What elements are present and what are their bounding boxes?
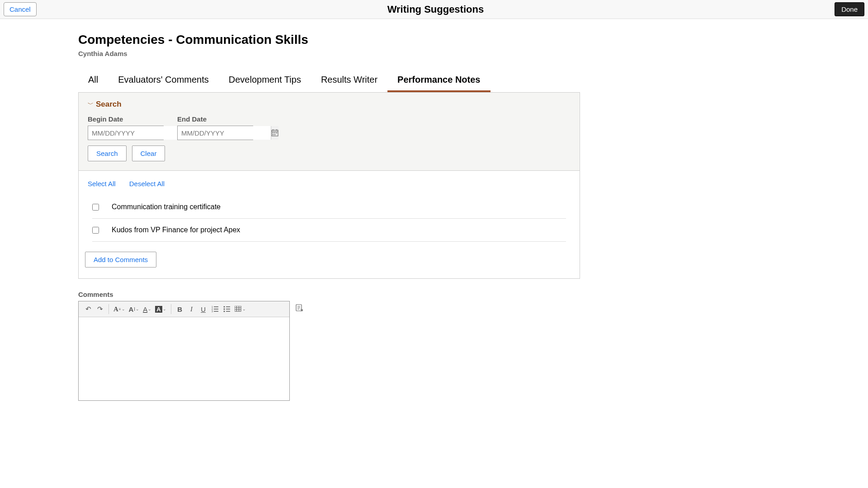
modal-header: Cancel Writing Suggestions Done [0,0,868,19]
item-text: Kudos from VP Finance for project Apex [112,226,240,234]
comments-section: Comments ↶ ↷ A≡ ⌄ AI ⌄ A ⌄ A ⌄ [78,291,580,401]
done-button[interactable]: Done [835,2,864,16]
undo-icon[interactable]: ↶ [83,303,93,315]
item-text: Communication training certificate [112,203,221,211]
svg-point-26 [223,309,225,310]
performance-notes-panel: ﹀ Search Begin Date End Date [78,92,580,279]
toolbar-separator [171,304,171,314]
end-date-input[interactable] [178,126,271,140]
svg-rect-16 [273,134,274,135]
end-date-calendar-icon[interactable] [271,126,278,140]
begin-date-input[interactable] [88,126,181,140]
chevron-down-icon: ﹀ [88,100,94,108]
cancel-button[interactable]: Cancel [4,2,37,16]
item-checkbox[interactable] [92,227,99,234]
clear-button[interactable]: Clear [132,145,165,161]
tabs-bar: All Evaluators' Comments Development Tip… [78,69,657,92]
svg-rect-14 [274,132,275,133]
search-section: ﹀ Search Begin Date End Date [79,93,580,171]
redo-icon[interactable]: ↷ [95,303,105,315]
begin-date-label: Begin Date [88,115,164,123]
modal-title: Writing Suggestions [387,4,484,15]
deselect-all-link[interactable]: Deselect All [129,180,165,188]
notes-list-section: Select All Deselect All Communication tr… [79,171,580,278]
bold-icon[interactable]: B [175,303,185,315]
comments-label: Comments [78,291,580,298]
numbered-list-icon[interactable]: 123 [210,303,220,315]
tab-evaluators-comments[interactable]: Evaluators' Comments [108,69,219,92]
rich-text-editor: ↶ ↷ A≡ ⌄ AI ⌄ A ⌄ A ⌄ B I U [78,301,290,401]
comments-textarea[interactable] [79,317,289,400]
search-toggle[interactable]: ﹀ Search [88,100,571,109]
svg-text:3: 3 [212,310,213,312]
calendar-icon [271,129,278,136]
page-subtitle: Cynthia Adams [78,50,657,57]
svg-rect-15 [276,132,277,133]
highlight-dropdown[interactable]: A ⌄ [154,303,167,315]
toolbar-separator [108,304,109,314]
table-dropdown[interactable]: ⌄ [234,303,247,315]
select-all-link[interactable]: Select All [88,180,116,188]
svg-rect-17 [274,134,275,135]
search-button[interactable]: Search [88,145,127,161]
underline-icon[interactable]: U [198,303,208,315]
svg-rect-13 [273,132,274,133]
tab-performance-notes[interactable]: Performance Notes [387,69,490,92]
tab-development-tips[interactable]: Development Tips [219,69,311,92]
font-family-dropdown[interactable]: A≡ ⌄ [113,303,126,315]
tab-results-writer[interactable]: Results Writer [311,69,387,92]
font-color-dropdown[interactable]: A ⌄ [142,303,152,315]
svg-rect-30 [235,306,241,311]
tab-all[interactable]: All [78,69,108,92]
page-title: Competencies - Communication Skills [78,33,657,47]
list-item: Kudos from VP Finance for project Apex [92,219,566,242]
add-to-comments-button[interactable]: Add to Comments [85,252,156,267]
list-item: Communication training certificate [92,196,566,219]
bullet-list-icon[interactable] [222,303,232,315]
svg-point-24 [223,306,225,308]
font-size-dropdown[interactable]: AI ⌄ [128,303,141,315]
editor-toolbar: ↶ ↷ A≡ ⌄ AI ⌄ A ⌄ A ⌄ B I U [79,301,289,317]
expand-editor-icon[interactable] [295,304,303,314]
end-date-label: End Date [177,115,253,123]
svg-point-28 [223,311,225,312]
item-checkbox[interactable] [92,204,99,211]
search-title: Search [96,100,122,109]
italic-icon[interactable]: I [187,303,197,315]
